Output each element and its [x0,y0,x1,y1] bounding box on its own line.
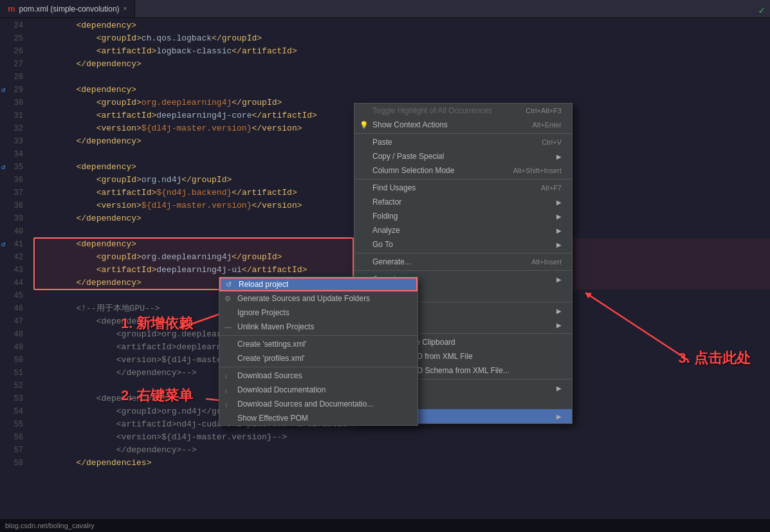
line-number: 39 [0,212,28,225]
line-number: 25 [0,32,28,45]
submenu-arrow-icon: ▶ [556,213,562,220]
context-menu-item[interactable]: Find UsagesAlt+F7 [354,181,572,195]
menu-item-label: Analyze [372,226,400,235]
submenu-item-icon: ↓ [225,372,234,380]
line-number: 38 [0,199,28,212]
code-line: </dependency> [36,58,770,71]
submenu-arrow-icon: ▶ [556,276,562,283]
menu-item-shortcut: Ctrl+V [542,138,562,146]
maven-submenu-item[interactable]: ↺Reload project [219,277,417,291]
menu-item-label: Generate... [372,257,411,266]
line-number: 27 [0,58,28,71]
context-menu-item[interactable]: PasteCtrl+V [354,135,572,149]
maven-submenu-item[interactable]: ↓Download Sources [219,369,417,383]
line-number: ↺41 [0,238,28,251]
maven-icon: m [8,4,15,14]
submenu-arrow-icon: ▶ [556,241,562,248]
menu-item-shortcut: Ctrl+Alt+F3 [526,107,562,115]
line-number: 40 [0,225,28,238]
line-number: 52 [0,380,28,392]
line-number: 46 [0,302,28,315]
line-number: 32 [0,122,28,135]
line-number: 53 [0,392,28,405]
context-menu-item[interactable]: 💡Show Context ActionsAlt+Enter [354,118,572,132]
context-menu-item[interactable]: Generate...Alt+Insert [354,255,572,269]
submenu-item-icon: — [225,323,234,331]
context-menu-item[interactable]: Analyze▶ [354,223,572,237]
code-line: <artifactId>logback-classic</artifactId> [36,45,770,58]
line-number: 45 [0,289,28,302]
line-number: 50 [0,354,28,367]
maven-submenu[interactable]: ↺Reload project⚙Generate Sources and Upd… [219,277,418,426]
close-tab-button[interactable]: × [124,5,127,12]
context-menu-item[interactable]: Go To▶ [354,237,572,252]
submenu-item-icon: ↓ [225,400,234,408]
maven-submenu-item[interactable]: ↓Download Sources and Documentatio... [219,397,417,411]
line-number: 58 [0,457,28,470]
watermark: blog.csdn.net/boling_cavalry [0,519,770,532]
submenu-item-label: Create 'settings.xml' [237,340,306,349]
code-line: <dependency> [36,19,770,32]
code-line: <dependency> [36,84,770,96]
line-number: 51 [0,367,28,380]
context-menu-item[interactable]: Column Selection ModeAlt+Shift+Insert [354,163,572,178]
line-number-gutter: 2425262728↺293031323334↺353637383940↺414… [0,18,33,532]
submenu-arrow-icon: ▶ [556,413,562,420]
submenu-separator [219,335,417,336]
submenu-item-icon: ↓ [225,386,234,394]
maven-submenu-item[interactable]: ⚙Generate Sources and Update Folders [219,291,417,306]
maven-submenu-item[interactable]: Show Effective POM [219,411,417,425]
submenu-item-label: Create 'profiles.xml' [237,354,305,363]
maven-submenu-item[interactable]: —Unlink Maven Projects [219,320,417,334]
context-menu-item[interactable]: Toggle Highlight of All OccurrencesCtrl+… [354,104,572,118]
menu-separator [354,270,572,271]
line-number: ↺35 [0,161,28,174]
line-number: ↺29 [0,84,28,96]
submenu-arrow-icon: ▶ [556,199,562,206]
submenu-item-label: Download Documentation [237,385,325,394]
editor-tab[interactable]: m pom.xml (simple-convolution) × [0,0,135,17]
submenu-arrow-icon: ▶ [556,227,562,234]
menu-item-label: Copy / Paste Special [372,152,444,161]
submenu-item-label: Reload project [239,280,288,289]
menu-separator [354,253,572,253]
line-number: 44 [0,277,28,289]
line-number: 48 [0,328,28,341]
menu-item-label: Refactor [372,197,401,206]
menu-item-label: Folding [372,212,398,221]
context-menu-item[interactable]: Copy / Paste Special▶ [354,149,572,163]
submenu-item-label: Unlink Maven Projects [237,322,314,331]
maven-submenu-item[interactable]: Create 'settings.xml' [219,337,417,351]
tab-label: pom.xml (simple-convolution) [19,5,120,14]
code-line: </dependencies> [36,457,770,470]
line-number: 56 [0,431,28,444]
menu-item-label: Paste [372,138,392,147]
line-number: 54 [0,405,28,418]
submenu-item-icon: ↺ [226,280,235,289]
submenu-item-label: Ignore Projects [237,308,289,317]
submenu-arrow-icon: ▶ [556,307,562,315]
context-menu-item[interactable]: Refactor▶ [354,195,572,209]
code-line: <version>${dl4j-master.version}--> [36,431,770,444]
submenu-arrow-icon: ▶ [556,322,562,329]
tab-bar: m pom.xml (simple-convolution) × ✓ [0,0,770,18]
maven-submenu-item[interactable]: Ignore Projects [219,306,417,320]
submenu-item-icon: ⚙ [225,295,234,303]
line-number: 24 [0,19,28,32]
line-number: 42 [0,251,28,264]
menu-separator [354,179,572,179]
maven-submenu-item[interactable]: Create 'profiles.xml' [219,351,417,365]
submenu-item-label: Generate Sources and Update Folders [237,294,370,303]
line-number: 34 [0,148,28,161]
maven-submenu-item[interactable]: ↓Download Documentation [219,383,417,397]
submenu-item-label: Download Sources and Documentatio... [237,399,373,408]
menu-item-label: Find Usages [372,183,416,192]
line-number: 55 [0,418,28,431]
code-line [36,71,770,84]
line-number: 49 [0,341,28,354]
line-number: 26 [0,45,28,58]
menu-item-shortcut: Alt+F7 [541,184,562,192]
context-menu-item[interactable]: Folding▶ [354,209,572,223]
menu-item-label: Toggle Highlight of All Occurrences [372,106,492,115]
submenu-item-label: Show Effective POM [237,414,308,423]
